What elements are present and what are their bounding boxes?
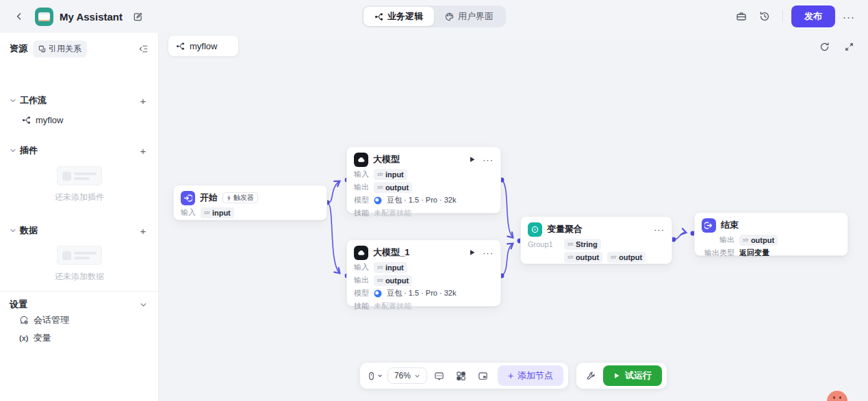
plus-icon: + [508, 370, 513, 381]
group-row: Group1 strString [528, 238, 665, 250]
output-type-value: 返回变量 [739, 248, 769, 258]
layout-grid-icon [456, 371, 466, 381]
node-llm-1[interactable]: 大模型_1 ··· 输入 strinput 输出 stroutput 模型 豆包… [346, 240, 501, 307]
add-workflow-button[interactable]: + [136, 94, 150, 107]
myflow-label: myflow [36, 115, 63, 125]
output-row: 输出 stroutput [702, 234, 841, 246]
workflow-canvas[interactable]: myflow [159, 33, 868, 401]
node-llm[interactable]: 大模型 ··· 输入 strinput 输出 stroutput 模型 豆包 ·… [346, 146, 501, 214]
publish-button[interactable]: 发布 [791, 5, 835, 27]
comment-button[interactable] [430, 367, 449, 385]
zoom-level-value: 76% [394, 371, 411, 380]
node-variable-aggregate[interactable]: 变量聚合 ··· Group1 strString stroutput stro… [520, 216, 672, 264]
variable-icon: (x) [19, 334, 28, 342]
data-section-label: 数据 [20, 224, 38, 237]
debug-tools-button[interactable] [581, 367, 600, 385]
node-title: 大模型 [373, 153, 400, 166]
variable-chip: strinput [374, 169, 407, 180]
play-icon[interactable] [469, 156, 476, 163]
plugin-section-header[interactable]: 插件 + [10, 142, 150, 159]
minimap-button[interactable] [474, 367, 493, 385]
variables-item[interactable]: (x) 变量 [19, 332, 51, 344]
tab-label: 用户界面 [458, 10, 494, 23]
node-header: 结束 [702, 218, 841, 233]
row-label: 输出 [354, 182, 369, 192]
doubao-model-icon [374, 289, 382, 298]
myflow-item[interactable]: myflow [22, 115, 63, 125]
node-more-button[interactable]: ··· [654, 224, 665, 235]
refresh-button[interactable] [815, 37, 834, 56]
test-run-button[interactable]: 试运行 [603, 365, 662, 386]
auto-layout-button[interactable] [452, 367, 471, 385]
skill-row: 技能 未配置技能 [354, 207, 494, 219]
flow-tab-label: myflow [190, 41, 217, 51]
sidebar-item-myflow[interactable]: myflow [10, 112, 150, 128]
session-label: 会话管理 [34, 314, 69, 326]
end-node-icon [702, 218, 716, 233]
assistant-mascot[interactable] [827, 391, 847, 401]
variable-chip: stroutput [607, 252, 646, 263]
chevron-down-icon[interactable] [10, 97, 16, 104]
reference-icon [38, 45, 46, 53]
fullscreen-button[interactable] [839, 37, 858, 56]
workflow-icon [176, 42, 185, 51]
row-label: 输入 [354, 169, 369, 179]
input-row: 输入 strinput [354, 261, 494, 273]
input-row: 输入 strinput [181, 207, 320, 218]
node-start[interactable]: 开始 触发器 输入 strinput [173, 185, 327, 220]
node-more-button[interactable]: ··· [483, 155, 494, 165]
workflow-section-header[interactable]: 工作流 + [10, 92, 150, 109]
node-end[interactable]: 结束 输出 stroutput 输出类型 返回变量 [694, 212, 848, 256]
collapse-sidebar-button[interactable] [136, 42, 150, 55]
header-left: My Assistant [10, 7, 148, 26]
edit-icon [133, 12, 143, 22]
flow-tab-myflow[interactable]: myflow [168, 36, 238, 56]
mouse-icon [367, 372, 376, 380]
sidebar-item-session[interactable]: 会话管理 [10, 312, 150, 328]
history-button[interactable] [755, 7, 774, 26]
palette-icon [445, 12, 454, 21]
toolbox-button[interactable] [732, 7, 751, 26]
placeholder-lines [74, 252, 97, 259]
pointer-mode-button[interactable] [365, 372, 385, 380]
node-more-button[interactable]: ··· [483, 248, 494, 258]
add-data-button[interactable]: + [136, 224, 150, 237]
chevron-down-icon [140, 301, 147, 309]
back-button[interactable] [10, 7, 29, 26]
chevron-down-icon[interactable] [10, 227, 16, 234]
run-toolbar: 试运行 [576, 363, 667, 389]
tab-business-logic[interactable]: 业务逻辑 [363, 7, 434, 26]
view-switcher: 业务逻辑 用户界面 [362, 5, 506, 27]
model-row: 模型 豆包 · 1.5 · Pro · 32k [354, 287, 494, 299]
chevron-down-icon [377, 373, 383, 378]
add-node-button[interactable]: + 添加节点 [498, 365, 563, 386]
canvas-toolbar: 76% + 添加节点 [360, 363, 568, 389]
settings-section-header[interactable]: 设置 [10, 296, 150, 313]
avatar-inner [38, 12, 50, 21]
node-actions: ··· [469, 155, 494, 165]
chevron-left-icon [14, 12, 24, 21]
settings-chevron-button[interactable] [136, 298, 150, 311]
aggregate-node-icon [528, 222, 542, 237]
variable-chip: strinput [374, 262, 407, 273]
data-section-header[interactable]: 数据 + [10, 222, 150, 240]
canvas-tools [815, 37, 858, 56]
variable-chip: strString [564, 239, 601, 250]
row-label: 输出 [702, 235, 735, 245]
input-row: 输入 strinput [354, 168, 494, 180]
chevron-down-icon[interactable] [10, 147, 16, 154]
variable-chip: strinput [201, 207, 234, 218]
tab-user-interface[interactable]: 用户界面 [434, 7, 505, 26]
play-icon[interactable] [469, 249, 476, 256]
session-item[interactable]: 会话管理 [19, 314, 69, 326]
more-menu-button[interactable]: ··· [839, 7, 858, 26]
variable-chip: stroutput [374, 275, 412, 286]
reference-relations-button[interactable]: 引用关系 [33, 40, 87, 57]
zoom-level-select[interactable]: 76% [387, 367, 427, 384]
edit-title-button[interactable] [129, 7, 148, 26]
data-empty-text: 还未添加数据 [0, 271, 159, 283]
add-plugin-button[interactable]: + [136, 144, 150, 157]
model-value: 豆包 · 1.5 · Pro · 32k [387, 195, 456, 205]
sidebar-item-variables[interactable]: (x) 变量 [10, 330, 150, 346]
node-header: 变量聚合 ··· [528, 222, 665, 237]
